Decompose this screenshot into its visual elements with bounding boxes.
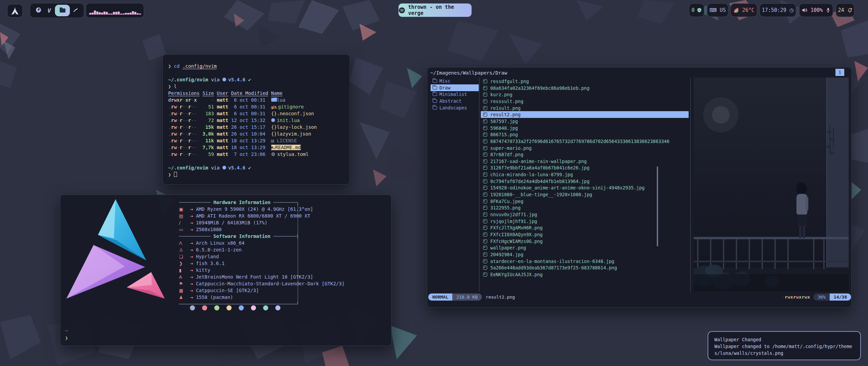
- fetch-line: ▭→ 868x366: [179, 226, 344, 233]
- palette-dot: [239, 305, 244, 310]
- file-list-scrollbar[interactable]: [657, 166, 658, 246]
- terminal-line: .rw-r--r-- 51 matt 6 oct 00:31 git.gitig…: [168, 103, 317, 110]
- workspace-files-active[interactable]: [55, 5, 70, 16]
- visualizer-bar: [89, 13, 91, 15]
- visualizer-bar: [115, 12, 117, 15]
- file-row[interactable]: 866715.png: [481, 131, 689, 138]
- kernel-icon: ♙: [179, 247, 190, 253]
- workspace-paint[interactable]: [71, 7, 81, 14]
- file-row[interactable]: ressdfgult.png: [481, 78, 689, 85]
- file-row[interactable]: EeNKYgIUcAAJ5JX.png: [481, 271, 689, 278]
- folder-icon: [271, 98, 277, 102]
- sidebar-item-misc[interactable]: Misc: [431, 78, 479, 84]
- image-file-icon: [483, 239, 487, 243]
- statusbar: NORMAL 218.8 KB result2.png -rwxrwxrwx 3…: [428, 293, 851, 301]
- file-row[interactable]: result2.png: [481, 111, 689, 118]
- file-row[interactable]: super-mario.png: [481, 145, 689, 151]
- status-updates-pill[interactable]: 0: [689, 3, 704, 17]
- image-file-icon: [483, 146, 487, 150]
- terminal-icon: ▮: [179, 267, 190, 274]
- file-row[interactable]: kurz.png: [481, 91, 689, 98]
- file-row[interactable]: 217167-sad-anime-rain-wallpaper.png: [481, 158, 689, 165]
- file-row[interactable]: re1sult.png: [481, 105, 689, 111]
- terminal-output: ❯ cd .config/nvim~/.config/nvim via v5.4…: [168, 63, 317, 178]
- fetch-line: Λ→ Arch Linux x86_64: [179, 240, 344, 246]
- image-file-icon: [483, 106, 487, 110]
- visualizer-bar: [137, 13, 139, 15]
- fetch-window[interactable]: ─────────── Hardware Information ───────…: [60, 195, 392, 346]
- status-weather-pill[interactable]: 26°C: [731, 3, 757, 17]
- terminal-window[interactable]: ❯ cd .config/nvim~/.config/nvim via v5.4…: [162, 54, 350, 185]
- icons-icon: ▦: [179, 287, 190, 294]
- image-file-icon: [483, 166, 487, 170]
- lua-icon: [271, 118, 275, 122]
- file-row[interactable]: 587597.jpg: [481, 118, 689, 125]
- launcher-button[interactable]: [7, 4, 23, 18]
- visualizer-bar: [106, 12, 108, 15]
- terminal-line: .rw-r--r-- 183 matt 6 oct 00:31 {}.neoco…: [168, 110, 317, 117]
- image-file-icon: [483, 93, 487, 97]
- status-notifications-pill[interactable]: 24: [836, 3, 854, 17]
- pane-divider-right: [690, 78, 691, 292]
- file-row[interactable]: 08a634fa02a32364f69ebc86a98eb1eb.png: [481, 85, 689, 92]
- packages-icon: ♟: [179, 294, 190, 301]
- file-row[interactable]: 596848.jpg: [481, 125, 689, 131]
- spotify-icon: [399, 7, 405, 14]
- sidebar-item-landscapes[interactable]: Landscapes: [431, 104, 479, 111]
- status-clock-pill[interactable]: 17:50:29 ◷: [760, 3, 796, 17]
- tab-badge[interactable]: 1: [835, 69, 844, 76]
- fetch-line: ▣→ AMD Ryzen 9 5900X (24) @ 4.9GHz [61.3…: [179, 206, 344, 212]
- file-row[interactable]: 87r687df.png: [481, 151, 689, 158]
- status-audio-pill[interactable]: 100%: [799, 3, 833, 17]
- visualizer-bar: [99, 12, 101, 15]
- terminal-line: .rw-r--r-- 59 matt 7 oct 23:06 ⚙stylua.t…: [168, 151, 317, 158]
- status-keyboard-pill[interactable]: ⌨ US: [707, 3, 728, 17]
- visualizer-bars: [89, 6, 141, 15]
- image-preview: [694, 78, 849, 291]
- lua-icon: [222, 166, 226, 169]
- fetch-line: ─────────── Hardware Information ───────…: [179, 199, 344, 206]
- image-file-icon: [483, 206, 487, 210]
- scroll-percent: 36%: [813, 293, 829, 301]
- image-file-icon: [483, 246, 487, 250]
- folder-open-icon: [433, 106, 437, 109]
- notification-popup[interactable]: Wallpaper Changed Wallpaper changed to /…: [708, 331, 861, 360]
- file-row[interactable]: resssult.png: [481, 98, 689, 105]
- image-file-icon: [483, 232, 487, 237]
- fetch-prompt-path: ~: [65, 328, 68, 333]
- file-row[interactable]: atardecer-en-la-montanas-ilustracion-634…: [481, 258, 689, 265]
- fetch-line: ▦→ Catppuccin-SE [GTK2/3]: [179, 287, 344, 294]
- audio-volume: 100%: [810, 7, 823, 13]
- keyboard-layout: US: [720, 7, 726, 13]
- image-file-icon: [483, 99, 487, 103]
- terminal-line: [168, 158, 317, 164]
- image-file-icon: [483, 192, 487, 197]
- file-row[interactable]: 20492984.jpg: [481, 251, 689, 258]
- notifications-count: 24: [838, 7, 844, 13]
- workspace-vim[interactable]: V: [44, 7, 54, 14]
- updates-count: 0: [691, 7, 694, 13]
- firefox-icon: [36, 7, 41, 13]
- git-icon: git: [271, 104, 275, 111]
- sidebar-item-minimalist[interactable]: Minimalist: [431, 91, 479, 98]
- terminal-line: .rw-r--r-- 11k matt 18 oct 13:29 ▤LICENS…: [168, 137, 317, 144]
- image-file-icon: [483, 159, 487, 163]
- sidebar-item-abstract[interactable]: Abstract: [431, 98, 479, 104]
- image-file-icon: [483, 139, 487, 143]
- desktop: V thrown - on the verge 0 ⌨ US: [0, 0, 868, 366]
- file-row[interactable]: 68747470733a2f2f696d616765732d7769786d70…: [481, 138, 689, 145]
- workspace-firefox[interactable]: [33, 7, 43, 14]
- json-icon: {}: [271, 130, 277, 137]
- terminal-line: ~/.config/nvim via v5.4.6 ✔: [168, 164, 317, 171]
- image-file-icon: [483, 172, 487, 177]
- sidebar-item-draw[interactable]: Draw: [431, 84, 479, 91]
- media-player-widget[interactable]: thrown - on the verge: [398, 3, 472, 17]
- visualizer-bar: [101, 13, 103, 15]
- font-icon: A: [179, 274, 190, 281]
- audio-visualizer-widget[interactable]: [86, 3, 144, 18]
- file-manager-window[interactable]: ~/Imagenes/Wallpapers/Draw 1 MiscDrawMin…: [427, 67, 852, 308]
- terminal-line: .rw-r--r-- 15k matt 26 oct 15:17 {}lazy-…: [168, 124, 317, 130]
- visualizer-bar: [113, 12, 115, 15]
- image-file-icon: [483, 259, 487, 263]
- file-row[interactable]: 5a266e448add93deab367d87173e9f25-6837886…: [481, 264, 689, 271]
